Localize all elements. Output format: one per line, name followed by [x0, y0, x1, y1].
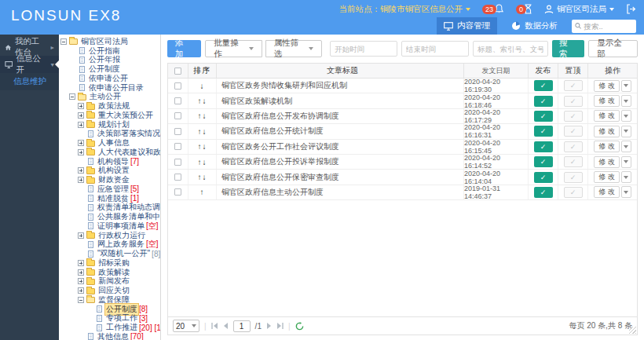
keyword-input[interactable] — [473, 41, 548, 57]
tree-expand-icon[interactable] — [78, 103, 84, 109]
article-title[interactable]: 铜官区政府信息公开投诉举报制度 — [217, 155, 464, 169]
current-site-selector[interactable]: 当前站点：铜陵市铜官区信息公开 — [338, 4, 470, 15]
end-date-input[interactable] — [401, 41, 469, 57]
edit-dropdown-button[interactable] — [621, 95, 631, 107]
add-button[interactable]: 添 加 — [167, 40, 201, 57]
pin-toggle-button[interactable]: ✓ — [564, 141, 583, 152]
publish-toggle-button[interactable]: ✓ — [534, 96, 553, 107]
article-title[interactable]: 铜官区政府信息公开统计制度 — [217, 124, 464, 138]
sort-arrows[interactable]: ↑↓ — [188, 109, 217, 123]
pin-toggle-button[interactable]: ✓ — [564, 172, 583, 183]
article-title[interactable]: 铜官区政府信息主动公开制度 — [217, 185, 464, 199]
publish-toggle-button[interactable]: ✓ — [534, 172, 553, 183]
first-page-button[interactable] — [211, 323, 218, 329]
search-button[interactable]: 搜 索 — [552, 40, 584, 57]
tree-expand-icon[interactable] — [78, 149, 84, 155]
tree-expand-icon[interactable] — [78, 269, 84, 276]
sort-arrows[interactable]: ↑↓ — [188, 140, 217, 154]
refresh-button[interactable] — [295, 322, 304, 331]
page-number-input[interactable] — [233, 320, 251, 332]
column-header[interactable]: 置顶 — [558, 64, 588, 78]
edit-dropdown-button[interactable] — [621, 186, 631, 198]
tree-node-label[interactable]: 其他信息 — [97, 331, 130, 340]
row-checkbox[interactable] — [174, 128, 181, 135]
sort-arrows[interactable]: ↑↓ — [188, 124, 217, 138]
tree-node[interactable]: 其他信息[70] — [60, 332, 160, 340]
nav-data-analysis[interactable]: 数据分析 — [504, 17, 565, 35]
user-menu[interactable]: 铜官区司法局 — [544, 4, 614, 15]
notification-bell[interactable]: 23 — [482, 4, 504, 14]
tree-expand-icon[interactable] — [78, 112, 84, 119]
edit-button[interactable]: 修 改 — [594, 171, 620, 183]
tree-expand-icon[interactable] — [78, 177, 84, 183]
tree-collapse-icon[interactable] — [69, 93, 75, 100]
row-checkbox[interactable] — [174, 159, 181, 166]
edit-dropdown-button[interactable] — [621, 126, 631, 137]
article-title[interactable]: 铜官区政府信息公开发布协调制度 — [217, 109, 464, 123]
pin-toggle-button[interactable]: ✓ — [564, 96, 583, 107]
tree-expand-icon[interactable] — [78, 260, 84, 266]
edit-dropdown-button[interactable] — [621, 156, 631, 168]
row-checkbox[interactable] — [174, 112, 181, 119]
tree-expand-icon[interactable] — [78, 287, 84, 294]
prev-page-button[interactable] — [223, 323, 229, 329]
resize-grip[interactable] — [629, 327, 636, 334]
edit-button[interactable]: 修 改 — [594, 95, 620, 107]
sort-arrows[interactable]: ↑↓ — [188, 93, 217, 108]
attribute-filter-button[interactable]: 属性筛选 — [265, 40, 322, 57]
sidebar-item-info-disclosure[interactable]: 信息公开 ▾ — [0, 56, 59, 73]
pin-toggle-button[interactable]: ✓ — [564, 187, 583, 198]
column-header[interactable]: 文章标题 — [217, 64, 464, 78]
nav-content-management[interactable]: 内容管理 — [437, 17, 497, 35]
sort-arrows[interactable]: ↓ — [188, 79, 217, 93]
tree-expand-icon[interactable] — [78, 122, 84, 128]
row-checkbox[interactable] — [174, 82, 181, 90]
pin-toggle-button[interactable]: ✓ — [564, 80, 583, 91]
column-header[interactable]: 操作 — [588, 64, 637, 78]
show-all-button[interactable]: 显示全部 — [588, 40, 638, 57]
column-header[interactable]: 排序 — [188, 64, 217, 78]
task-indicator[interactable]: 0 — [516, 4, 532, 14]
row-checkbox[interactable] — [174, 97, 181, 104]
sort-arrows[interactable]: ↑↓ — [188, 155, 217, 169]
tree-collapse-icon[interactable] — [78, 297, 84, 303]
row-checkbox[interactable] — [174, 188, 181, 196]
tree-expand-icon[interactable] — [78, 278, 84, 284]
sort-arrows[interactable]: ↑ — [188, 185, 217, 199]
column-header[interactable]: 发文日期 — [464, 64, 529, 78]
publish-toggle-button[interactable]: ✓ — [534, 80, 553, 91]
batch-actions-button[interactable]: 批量操作 — [205, 40, 262, 57]
select-all-checkbox[interactable] — [174, 68, 181, 75]
tree-expand-icon[interactable] — [78, 167, 84, 174]
row-checkbox[interactable] — [174, 143, 181, 150]
edit-button[interactable]: 修 改 — [594, 126, 620, 137]
edit-button[interactable]: 修 改 — [594, 141, 620, 152]
article-title[interactable]: 铜官区政策解读机制 — [217, 93, 464, 108]
start-date-input[interactable] — [330, 41, 397, 57]
edit-button[interactable]: 修 改 — [594, 186, 620, 198]
pin-toggle-button[interactable]: ✓ — [564, 156, 583, 167]
logout-icon[interactable] — [626, 4, 636, 14]
tree-expand-icon[interactable] — [78, 140, 84, 146]
tree-collapse-icon[interactable] — [60, 38, 67, 45]
page-size-select[interactable]: 20 — [173, 320, 199, 332]
publish-toggle-button[interactable]: ✓ — [534, 156, 553, 167]
article-title[interactable]: 铜官区政务舆情收集研判和回应机制 — [217, 79, 464, 93]
publish-toggle-button[interactable]: ✓ — [534, 187, 553, 198]
publish-toggle-button[interactable]: ✓ — [534, 126, 553, 137]
sidebar-item-info-maintenance[interactable]: 信息维护 — [0, 73, 59, 90]
next-page-button[interactable] — [266, 323, 272, 329]
pin-toggle-button[interactable]: ✓ — [564, 111, 583, 122]
publish-toggle-button[interactable]: ✓ — [534, 141, 553, 152]
edit-dropdown-button[interactable] — [621, 110, 631, 122]
pin-toggle-button[interactable]: ✓ — [564, 126, 583, 137]
sort-arrows[interactable]: ↑↓ — [188, 170, 217, 184]
column-header[interactable]: 发布 — [529, 64, 558, 78]
edit-dropdown-button[interactable] — [621, 80, 631, 92]
edit-dropdown-button[interactable] — [621, 171, 631, 183]
edit-button[interactable]: 修 改 — [594, 156, 620, 168]
edit-button[interactable]: 修 改 — [594, 110, 620, 122]
edit-button[interactable]: 修 改 — [594, 80, 620, 92]
row-checkbox[interactable] — [174, 174, 181, 181]
article-title[interactable]: 铜官区政务公开工作社会评议制度 — [217, 140, 464, 154]
